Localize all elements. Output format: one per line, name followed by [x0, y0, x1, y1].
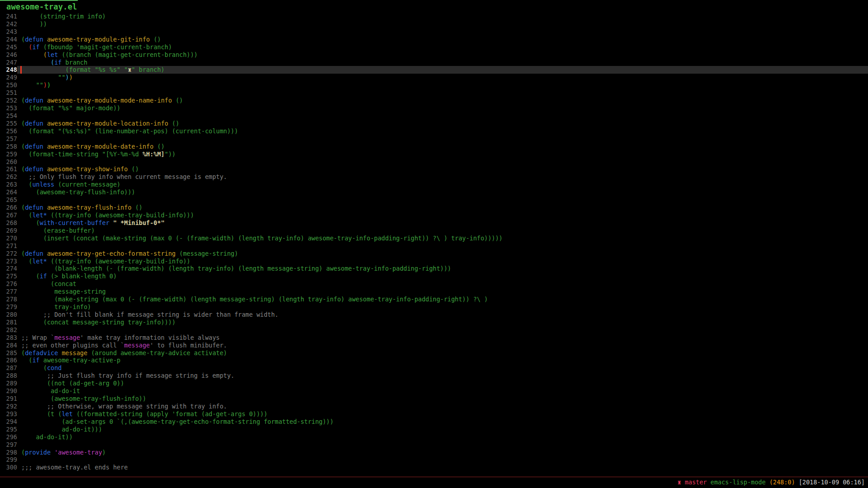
- code-line[interactable]: 284;; even other plugins call `message' …: [0, 342, 868, 349]
- code-line[interactable]: 246 (let ((branch (magit-get-current-bra…: [0, 51, 868, 59]
- code-line[interactable]: 256 (format "(%s:%s)" (line-number-at-po…: [0, 127, 868, 135]
- code-text[interactable]: (if (fboundp 'magit-get-current-branch): [17, 43, 868, 51]
- code-text[interactable]: "")): [17, 81, 868, 89]
- code-text[interactable]: (format "%s %s" "♜" branch): [17, 66, 868, 74]
- code-line[interactable]: 269 (erase-buffer): [0, 227, 868, 235]
- code-line[interactable]: 273 (let* ((tray-info (awesome-tray-buil…: [0, 258, 868, 265]
- code-line[interactable]: 274 (blank-length (- (frame-width) (leng…: [0, 265, 868, 272]
- code-line[interactable]: 282: [0, 326, 868, 334]
- code-text[interactable]: tray-info): [17, 303, 868, 311]
- code-text[interactable]: ;; Wrap `message' make tray information …: [17, 334, 868, 342]
- code-line[interactable]: 292 ;; Otherwise, wrap message string wi…: [0, 403, 868, 410]
- code-text[interactable]: (defun awesome-tray-module-location-info…: [17, 120, 868, 127]
- code-line[interactable]: 267 (let* ((tray-info (awesome-tray-buil…: [0, 211, 868, 219]
- code-text[interactable]: (insert (concat (make-string (max 0 (- (…: [17, 235, 868, 242]
- code-text[interactable]: (blank-length (- (frame-width) (length t…: [17, 265, 868, 272]
- code-text[interactable]: ;; Don't fill blank if message string is…: [17, 311, 868, 319]
- code-line[interactable]: 291 (awesome-tray-flush-info)): [0, 395, 868, 403]
- code-line[interactable]: 299: [0, 456, 868, 464]
- code-line[interactable]: 262 ;; Only flush tray info when current…: [0, 173, 868, 181]
- code-text[interactable]: (let ((branch (magit-get-current-branch)…: [17, 51, 868, 59]
- code-line[interactable]: 243: [0, 28, 868, 36]
- code-line[interactable]: 277 message-string: [0, 288, 868, 296]
- code-text[interactable]: "")): [17, 74, 868, 81]
- code-line[interactable]: 258(defun awesome-tray-module-date-info …: [0, 143, 868, 150]
- code-line[interactable]: 261(defun awesome-tray-show-info (): [0, 165, 868, 173]
- code-line[interactable]: 280 ;; Don't fill blank if message strin…: [0, 311, 868, 319]
- code-text[interactable]: (concat: [17, 280, 868, 288]
- code-line[interactable]: 276 (concat: [0, 280, 868, 288]
- code-text[interactable]: (let* ((tray-info (awesome-tray-build-in…: [17, 211, 868, 219]
- code-text[interactable]: ad-do-it)): [17, 433, 868, 441]
- code-text[interactable]: (defun awesome-tray-flush-info (): [17, 204, 868, 211]
- code-text[interactable]: (if awesome-tray-active-p: [17, 357, 868, 364]
- code-text[interactable]: [17, 158, 868, 166]
- code-line[interactable]: 263 (unless (current-message): [0, 181, 868, 188]
- code-text[interactable]: ad-do-it: [17, 387, 868, 395]
- code-line[interactable]: 296 ad-do-it)): [0, 433, 868, 441]
- code-text[interactable]: (defun awesome-tray-module-mode-name-inf…: [17, 97, 868, 104]
- code-line[interactable]: 241 (string-trim info): [0, 13, 868, 20]
- code-line[interactable]: 294 (ad-set-args 0 `(,(awesome-tray-get-…: [0, 418, 868, 426]
- code-line[interactable]: 264 (awesome-tray-flush-info))): [0, 188, 868, 196]
- code-text[interactable]: (let* ((tray-info (awesome-tray-build-in…: [17, 258, 868, 265]
- code-text[interactable]: [17, 135, 868, 143]
- code-text[interactable]: ((not (ad-get-arg 0)): [17, 380, 868, 387]
- code-line[interactable]: 290 ad-do-it: [0, 387, 868, 395]
- code-line[interactable]: 248 (format "%s %s" "♜" branch): [0, 66, 868, 74]
- code-line[interactable]: 266(defun awesome-tray-flush-info (): [0, 204, 868, 211]
- code-line[interactable]: 242 )): [0, 20, 868, 28]
- code-text[interactable]: (make-string (max 0 (- (frame-width) (le…: [17, 296, 868, 303]
- code-line[interactable]: 247 (if branch: [0, 59, 868, 66]
- code-text[interactable]: [17, 456, 868, 464]
- code-text[interactable]: ;;; awesome-tray.el ends here: [17, 464, 868, 471]
- code-text[interactable]: (string-trim info): [17, 13, 868, 20]
- code-line[interactable]: 279 tray-info): [0, 303, 868, 311]
- code-line[interactable]: 254: [0, 112, 868, 120]
- code-text[interactable]: (if branch: [17, 59, 868, 66]
- code-text[interactable]: (defun awesome-tray-show-info (): [17, 165, 868, 173]
- code-line[interactable]: 298(provide 'awesome-tray): [0, 449, 868, 456]
- code-line[interactable]: 249 "")): [0, 74, 868, 81]
- code-line[interactable]: 281 (concat message-string tray-info)))): [0, 319, 868, 326]
- code-line[interactable]: 272(defun awesome-tray-get-echo-format-s…: [0, 250, 868, 258]
- code-line[interactable]: 288 ;; Just flush tray info if message s…: [0, 372, 868, 380]
- code-line[interactable]: 259 (format-time-string "[%Y-%m-%d %H:%M…: [0, 150, 868, 158]
- code-line[interactable]: 245 (if (fboundp 'magit-get-current-bran…: [0, 43, 868, 51]
- code-line[interactable]: 270 (insert (concat (make-string (max 0 …: [0, 235, 868, 242]
- code-line[interactable]: 257: [0, 135, 868, 143]
- code-text[interactable]: (format-time-string "[%Y-%m-%d %H:%M]")): [17, 150, 868, 158]
- code-line[interactable]: 278 (make-string (max 0 (- (frame-width)…: [0, 296, 868, 303]
- code-line[interactable]: 297: [0, 441, 868, 449]
- code-line[interactable]: 295 ad-do-it))): [0, 426, 868, 433]
- code-text[interactable]: (awesome-tray-flush-info))): [17, 188, 868, 196]
- code-line[interactable]: 286 (if awesome-tray-active-p: [0, 357, 868, 364]
- code-text[interactable]: message-string: [17, 288, 868, 296]
- code-text[interactable]: ;; Otherwise, wrap message string with t…: [17, 403, 868, 410]
- code-text[interactable]: [17, 441, 868, 449]
- code-line[interactable]: 271: [0, 242, 868, 250]
- code-text[interactable]: (provide 'awesome-tray): [17, 449, 868, 456]
- code-text[interactable]: [17, 326, 868, 334]
- code-text[interactable]: (with-current-buffer " *Minibuf-0*": [17, 219, 868, 227]
- code-text[interactable]: (unless (current-message): [17, 181, 868, 188]
- code-text[interactable]: [17, 89, 868, 97]
- code-text[interactable]: ;; Just flush tray info if message strin…: [17, 372, 868, 380]
- code-line[interactable]: 251: [0, 89, 868, 97]
- code-line[interactable]: 283;; Wrap `message' make tray informati…: [0, 334, 868, 342]
- code-text[interactable]: (defadvice message (around awesome-tray-…: [17, 349, 868, 357]
- code-text[interactable]: ;; even other plugins call `message' to …: [17, 342, 868, 349]
- code-text[interactable]: (concat message-string tray-info)))): [17, 319, 868, 326]
- code-text[interactable]: (if (> blank-length 0): [17, 272, 868, 280]
- code-text[interactable]: [17, 242, 868, 250]
- code-text[interactable]: (defun awesome-tray-module-git-info (): [17, 36, 868, 43]
- code-line[interactable]: 252(defun awesome-tray-module-mode-name-…: [0, 97, 868, 104]
- code-line[interactable]: 250 "")): [0, 81, 868, 89]
- code-line[interactable]: 289 ((not (ad-get-arg 0)): [0, 380, 868, 387]
- code-text[interactable]: (defun awesome-tray-get-echo-format-stri…: [17, 250, 868, 258]
- code-line[interactable]: 268 (with-current-buffer " *Minibuf-0*": [0, 219, 868, 227]
- code-text[interactable]: (awesome-tray-flush-info)): [17, 395, 868, 403]
- code-text[interactable]: (cond: [17, 364, 868, 372]
- code-text[interactable]: ad-do-it))): [17, 426, 868, 433]
- code-line[interactable]: 285(defadvice message (around awesome-tr…: [0, 349, 868, 357]
